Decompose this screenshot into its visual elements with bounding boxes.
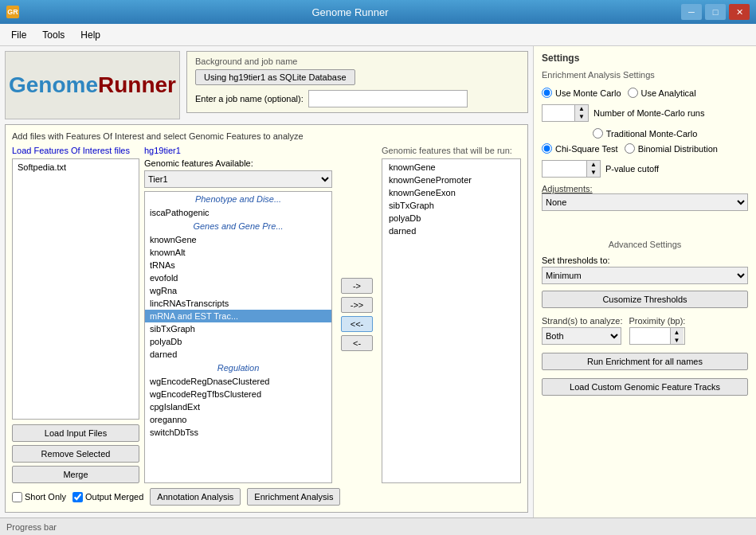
logo-genome-text: Genome bbox=[9, 72, 98, 98]
mc-runs-down[interactable]: ▼ bbox=[575, 113, 588, 121]
run-enrichment-button[interactable]: Run Enrichment for all names bbox=[542, 353, 748, 370]
gf-item-knownalt[interactable]: knownAlt bbox=[145, 246, 331, 259]
foi-list-item[interactable]: Softpedia.txt bbox=[14, 161, 137, 174]
gf-item-polyadb[interactable]: polyaDb bbox=[145, 335, 331, 348]
remove-all-button[interactable]: <<- bbox=[341, 316, 373, 332]
proximity-spinbox[interactable]: 0 ▲ ▼ bbox=[629, 327, 686, 345]
close-button[interactable]: ✕ bbox=[729, 4, 750, 20]
pvalue-down[interactable]: ▼ bbox=[587, 169, 600, 177]
binomial-label: Binomial Distribution bbox=[638, 144, 718, 154]
gf-category-regulation: Regulation bbox=[145, 361, 331, 375]
remove-selected-button[interactable]: Remove Selected bbox=[12, 445, 139, 463]
advanced-settings-label: Advanced Settings bbox=[542, 240, 748, 249]
gf-item-mrna[interactable]: mRNA and EST Trac... bbox=[145, 310, 331, 322]
title-bar: GR Genome Runner ─ □ ✕ bbox=[0, 0, 756, 24]
gf-item-knowngene[interactable]: knownGene bbox=[145, 233, 331, 246]
tier-select[interactable]: Tier1 Tier2 Tier3 bbox=[144, 170, 332, 188]
gf-item-wgrna[interactable]: wgRna bbox=[145, 284, 331, 297]
background-label: Background and job name bbox=[195, 57, 519, 66]
binomial-radio[interactable] bbox=[625, 143, 635, 154]
genomic-features-column: hg19tier1 Genomic features Available: Ti… bbox=[144, 146, 332, 483]
selected-features-column: Genomic features that will be run: known… bbox=[382, 146, 521, 483]
progress-bar-section: Progress bar bbox=[0, 517, 756, 535]
gf-item-sibtxgraph[interactable]: sibTxGraph bbox=[145, 322, 331, 335]
background-db-button[interactable]: Using hg19tier1 as SQLite Database bbox=[195, 69, 355, 85]
settings-subtitle: Enrichment Analysis Settings bbox=[542, 70, 748, 80]
pvalue-label: P-value cutoff bbox=[605, 164, 659, 174]
job-name-input[interactable] bbox=[308, 90, 468, 107]
annotation-analysis-button[interactable]: Annotation Analysis bbox=[150, 488, 241, 506]
gf-item-lincrnas[interactable]: lincRNAsTranscripts bbox=[145, 297, 331, 310]
sgf-item-sibtxgraph[interactable]: sibTxGraph bbox=[384, 199, 519, 212]
settings-panel: Settings Enrichment Analysis Settings Us… bbox=[533, 46, 756, 517]
analytical-radio[interactable] bbox=[628, 88, 638, 98]
sgf-item-knowngene[interactable]: knownGene bbox=[384, 161, 519, 174]
menu-file[interactable]: File bbox=[3, 26, 34, 44]
background-section: Background and job name Using hg19tier1 … bbox=[186, 51, 528, 113]
app-logo: Genome Runner bbox=[5, 51, 180, 119]
strand-label: Strand(s) to analyze: bbox=[542, 316, 623, 326]
output-merged-checkbox[interactable] bbox=[72, 492, 83, 502]
sgf-item-knowngeneexon[interactable]: knownGeneExon bbox=[384, 186, 519, 199]
pvalue-spinbox[interactable]: 0.010 ▲ ▼ bbox=[542, 160, 601, 178]
proximity-down[interactable]: ▼ bbox=[671, 336, 684, 344]
gf-category-genes: Genes and Gene Pre... bbox=[145, 219, 331, 233]
gf-item-cpgisland[interactable]: cpgIslandExt bbox=[145, 400, 331, 413]
short-only-row: Short Only bbox=[12, 492, 66, 502]
traditional-group: Traditional Monte-Carlo bbox=[593, 128, 698, 139]
foi-buttons: Load Input Files Remove Selected Merge bbox=[12, 424, 139, 483]
gf-item-wgencodednase[interactable]: wgEncodeRegDnaseClustered bbox=[145, 375, 331, 388]
thresholds-select[interactable]: Minimum Maximum Custom bbox=[542, 267, 748, 284]
monte-carlo-radio[interactable] bbox=[542, 88, 552, 98]
enrichment-analysis-button[interactable]: Enrichment Analysis bbox=[247, 488, 340, 506]
strand-select[interactable]: Both Forward Reverse bbox=[542, 327, 621, 345]
gf-item-switchdbtss[interactable]: switchDbTss bbox=[145, 426, 331, 439]
gf-item-oreganno[interactable]: oreganno bbox=[145, 413, 331, 426]
load-foi-link[interactable]: Load Features Of Interest files bbox=[12, 146, 130, 155]
merge-button[interactable]: Merge bbox=[12, 466, 139, 483]
mc-runs-spinbox[interactable]: 10 ▲ ▼ bbox=[542, 104, 589, 122]
minimize-button[interactable]: ─ bbox=[681, 4, 702, 20]
adjustments-label: Adjustments: bbox=[542, 184, 748, 193]
monte-carlo-label: Use Monte Carlo bbox=[555, 88, 621, 98]
mc-runs-row: 10 ▲ ▼ Number of Monte-Carlo runs bbox=[542, 104, 748, 122]
sgf-item-polyadb[interactable]: polyaDb bbox=[384, 212, 519, 225]
short-only-checkbox[interactable] bbox=[12, 492, 22, 502]
add-all-button[interactable]: ->> bbox=[341, 297, 373, 313]
mc-runs-input[interactable]: 10 bbox=[543, 105, 574, 121]
monte-carlo-row: Use Monte Carlo Use Analytical bbox=[542, 88, 748, 98]
mc-runs-up[interactable]: ▲ bbox=[575, 105, 588, 113]
pvalue-input[interactable]: 0.010 bbox=[543, 161, 586, 177]
remove-one-button[interactable]: <- bbox=[341, 335, 373, 351]
customize-thresholds-button[interactable]: Cusomize Thresholds bbox=[542, 291, 748, 308]
pvalue-up[interactable]: ▲ bbox=[587, 161, 600, 169]
menu-tools[interactable]: Tools bbox=[34, 26, 72, 44]
gf-item-evofold[interactable]: evofold bbox=[145, 271, 331, 284]
traditional-radio[interactable] bbox=[593, 128, 603, 139]
load-input-files-button[interactable]: Load Input Files bbox=[12, 424, 139, 442]
gf-item-wgencodetfbs[interactable]: wgEncodeRegTfbsClustered bbox=[145, 388, 331, 400]
analytical-label: Use Analytical bbox=[641, 88, 696, 98]
chi-square-radio[interactable] bbox=[542, 143, 552, 154]
gf-item-iscapathogenic[interactable]: iscaPathogenic bbox=[145, 206, 331, 219]
sgf-item-darned[interactable]: darned bbox=[384, 225, 519, 237]
gf-item-darned[interactable]: darned bbox=[145, 348, 331, 361]
binomial-group: Binomial Distribution bbox=[625, 143, 718, 154]
menu-help[interactable]: Help bbox=[72, 26, 108, 44]
chi-square-label: Chi-Square Test bbox=[555, 144, 618, 154]
hg19tier1-link[interactable]: hg19tier1 bbox=[144, 146, 181, 155]
load-custom-tracks-button[interactable]: Load Custom Genomic Feature Tracks bbox=[542, 378, 748, 396]
gf-item-trnas[interactable]: tRNAs bbox=[145, 259, 331, 271]
proximity-up[interactable]: ▲ bbox=[671, 328, 684, 336]
add-one-button[interactable]: -> bbox=[341, 278, 373, 294]
output-merged-row: Output Merged bbox=[72, 492, 143, 502]
progress-bar-label: Progress bar bbox=[6, 522, 57, 532]
proximity-input[interactable]: 0 bbox=[630, 328, 670, 344]
maximize-button[interactable]: □ bbox=[705, 4, 726, 20]
adjustments-select[interactable]: None Bonferroni BH BY bbox=[542, 193, 748, 211]
arrow-buttons: -> ->> <<- <- bbox=[337, 146, 377, 483]
output-merged-label: Output Merged bbox=[85, 492, 143, 502]
settings-title: Settings bbox=[542, 53, 748, 64]
traditional-label: Traditional Monte-Carlo bbox=[606, 129, 698, 139]
sgf-item-knowngenepromoter[interactable]: knownGenePromoter bbox=[384, 174, 519, 186]
